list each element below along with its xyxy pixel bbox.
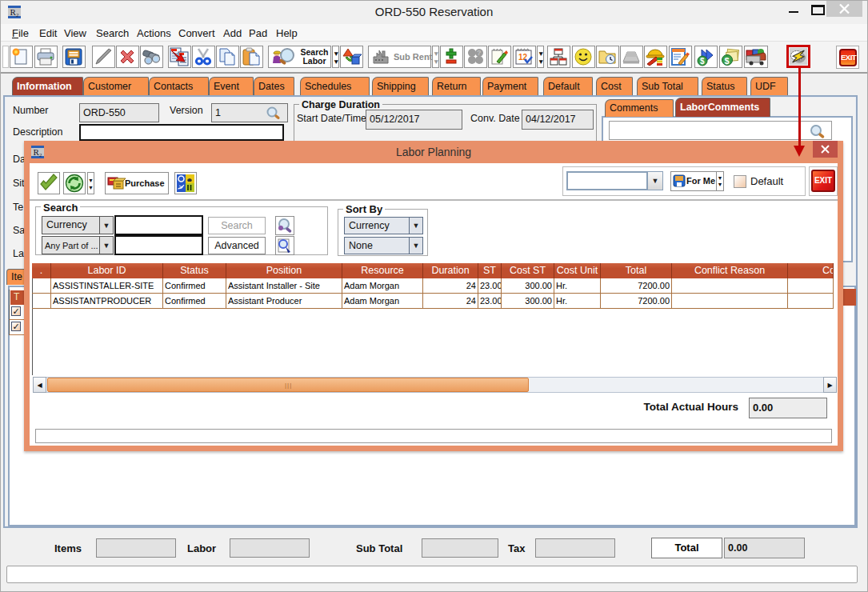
svg-text:?: ?: [477, 49, 482, 57]
svg-text:$: $: [700, 57, 705, 66]
svg-text:$: $: [725, 56, 730, 66]
